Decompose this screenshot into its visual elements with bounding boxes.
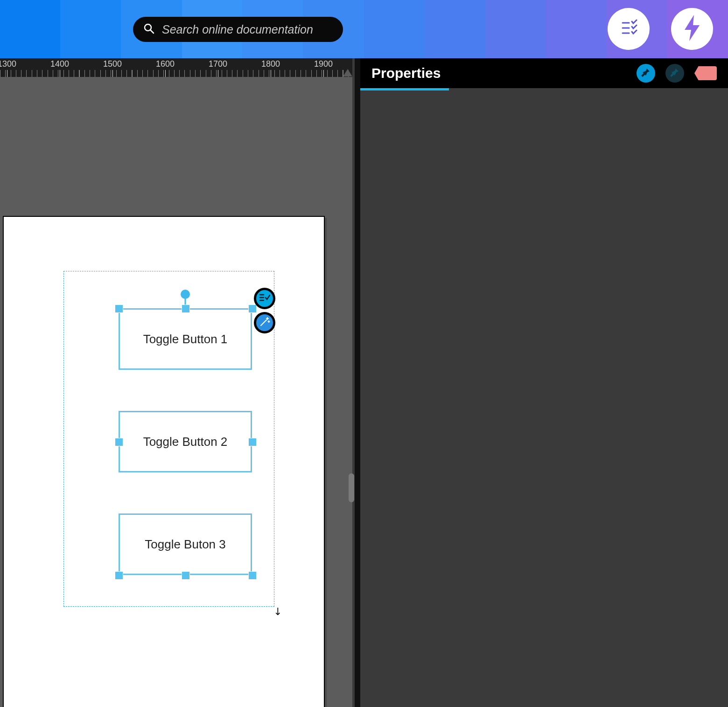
ruler-tick: 1600 [151,58,179,69]
checklist-button[interactable] [608,8,650,50]
horizontal-ruler: 1300140015001600170018001900 [0,58,352,77]
selection-rotate-handle[interactable] [181,290,190,299]
panel-divider[interactable] [355,58,360,707]
selection-handle-se[interactable] [248,571,257,580]
quick-action-wand-button[interactable] [254,312,275,333]
pin-panel-button[interactable] [637,64,655,83]
selection-handle-s[interactable] [182,571,190,580]
ruler-tick: 1800 [257,58,285,69]
ruler-tick: 1300 [0,58,21,69]
ruler-tick: 1400 [46,58,74,69]
search-icon [143,23,154,36]
toggle-button-1[interactable]: Toggle Button 1 [119,308,252,370]
quick-action-list-button[interactable] [254,288,275,309]
pin-icon [641,68,651,79]
pin-off-icon [670,68,679,79]
tag-button[interactable] [694,66,717,80]
checklist-icon [618,17,639,41]
selection-handle-sw[interactable] [115,571,123,580]
ruler-tick-label: 1800 [257,58,285,69]
list-check-icon [259,293,270,304]
bolt-icon [681,14,703,44]
ruler-tick-label: 1600 [151,58,179,69]
toggle-button-2-label: Toggle Button 2 [143,435,228,449]
ruler-tick: 1500 [98,58,126,69]
unpin-panel-button[interactable] [665,64,684,83]
selection-handle-e2[interactable] [248,438,257,446]
selection-handle-ne[interactable] [248,305,257,313]
ruler-tick-label: 1300 [0,58,21,69]
ruler-tick: 1700 [204,58,232,69]
properties-panel: Properties [360,58,728,707]
properties-header: Properties [360,58,728,88]
canvas-vertical-scrollbar[interactable] [349,77,354,707]
toggle-button-1-label: Toggle Button 1 [143,332,228,347]
properties-tab-indicator [360,88,449,90]
toggle-button-3-label: Toggle Buton 3 [145,537,225,552]
selection-handle-n[interactable] [182,305,190,313]
ruler-tick-label: 1400 [46,58,74,69]
svg-line-1 [150,30,154,33]
toggle-button-2[interactable]: Toggle Button 2 [119,411,252,472]
design-canvas[interactable]: Toggle Button 1 [0,77,352,707]
properties-title: Properties [371,65,441,81]
svg-line-9 [261,320,266,326]
toggle-button-3[interactable]: Toggle Buton 3 [119,513,252,575]
ruler-tick-label: 1700 [204,58,232,69]
search-box[interactable] [133,17,343,42]
magic-wand-icon [259,316,270,329]
search-input[interactable] [162,23,333,36]
selection-handle-nw[interactable] [115,305,123,313]
svg-marker-5 [685,15,700,41]
ruler-end-arrow-icon [343,69,352,76]
ruler-tick-label: 1500 [98,58,126,69]
ruler-tick-label: 1900 [309,58,337,69]
bolt-button[interactable] [671,8,713,50]
ruler-tick: 1900 [309,58,337,69]
page-surface[interactable]: Toggle Button 1 [3,216,325,707]
top-toolbar [0,0,728,58]
selection-handle-w2[interactable] [115,438,123,446]
scrollbar-thumb[interactable] [349,473,354,502]
